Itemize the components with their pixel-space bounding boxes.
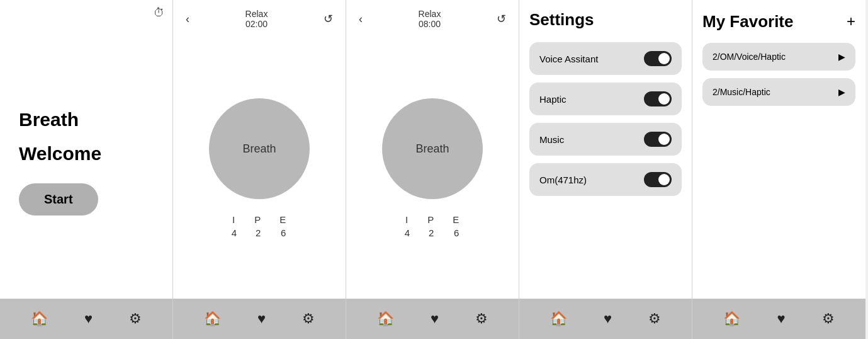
ipe-col-p: P 2 bbox=[254, 214, 262, 238]
ipe-letter-e: E bbox=[453, 214, 460, 225]
ipe-col-i: I 4 bbox=[405, 214, 410, 238]
breath-circle-label: Breath bbox=[415, 142, 449, 156]
home-icon[interactable]: 🏠 bbox=[204, 311, 221, 327]
play-icon-2[interactable]: ▶ bbox=[838, 87, 845, 97]
heart-icon[interactable]: ♥ bbox=[604, 311, 612, 327]
voice-assistant-label: Voice Assitant bbox=[539, 54, 598, 64]
ipe-letter-i: I bbox=[232, 214, 236, 225]
home-icon[interactable]: 🏠 bbox=[550, 311, 567, 327]
heart-icon[interactable]: ♥ bbox=[777, 311, 785, 327]
breath-3-bottom-nav: 🏠 ♥ ⚙ bbox=[346, 299, 519, 339]
welcome-subtitle: Welcome bbox=[19, 143, 101, 164]
welcome-bottom-nav: 🏠 ♥ ⚙ bbox=[0, 299, 172, 339]
relax-label: Relax bbox=[419, 9, 441, 19]
breath-circle[interactable]: Breath bbox=[209, 98, 310, 199]
favorite-bottom-nav: 🏠 ♥ ⚙ bbox=[692, 299, 865, 339]
favorite-item-1-label: 2/OM/Voice/Haptic bbox=[713, 52, 786, 62]
breath-3-content: Breath I 4 P 2 E 6 bbox=[346, 38, 519, 299]
ipe-group: I 4 P 2 E 6 bbox=[232, 214, 287, 238]
favorite-item-1[interactable]: 2/OM/Voice/Haptic ▶ bbox=[702, 43, 855, 71]
home-icon[interactable]: 🏠 bbox=[31, 311, 48, 327]
ipe-letter-p: P bbox=[427, 214, 435, 225]
home-icon[interactable]: 🏠 bbox=[377, 311, 394, 327]
favorite-content: 2/OM/Voice/Haptic ▶ 2/Music/Haptic ▶ bbox=[692, 38, 865, 299]
refresh-button[interactable]: ↺ bbox=[494, 9, 509, 28]
ipe-num-i: 4 bbox=[232, 227, 237, 238]
ipe-num-p: 2 bbox=[256, 227, 261, 238]
gear-icon[interactable]: ⚙ bbox=[648, 311, 661, 327]
gear-icon[interactable]: ⚙ bbox=[302, 311, 315, 327]
ipe-num-p: 2 bbox=[429, 227, 434, 238]
add-favorite-button[interactable]: + bbox=[847, 13, 855, 30]
ipe-col-p: P 2 bbox=[427, 214, 435, 238]
om-label: Om(471hz) bbox=[539, 175, 587, 185]
play-icon-1[interactable]: ▶ bbox=[838, 52, 845, 62]
ipe-letter-e: E bbox=[279, 214, 287, 225]
heart-icon[interactable]: ♥ bbox=[84, 311, 93, 327]
favorite-top-bar: My Favorite + bbox=[692, 0, 865, 38]
clock-icon: ⏱ bbox=[154, 6, 165, 20]
ipe-col-e: E 6 bbox=[279, 214, 287, 238]
screen-my-favorite: My Favorite + 2/OM/Voice/Haptic ▶ 2/Musi… bbox=[692, 0, 865, 339]
title-group: Relax 02:00 bbox=[245, 9, 268, 29]
settings-row-haptic: Haptic bbox=[529, 83, 682, 115]
haptic-toggle[interactable] bbox=[644, 91, 672, 106]
breath-circle[interactable]: Breath bbox=[382, 98, 483, 199]
heart-icon[interactable]: ♥ bbox=[431, 311, 439, 327]
back-button[interactable]: ‹ bbox=[356, 10, 365, 28]
settings-row-voice: Voice Assitant bbox=[529, 42, 682, 75]
heart-icon[interactable]: ♥ bbox=[257, 311, 266, 327]
gear-icon[interactable]: ⚙ bbox=[475, 311, 488, 327]
screen-breath-3: ‹ Relax 08:00 ↺ Breath I 4 P 2 E 6 🏠 bbox=[346, 0, 519, 339]
refresh-button[interactable]: ↺ bbox=[321, 9, 335, 28]
breath-circle-label: Breath bbox=[242, 142, 276, 156]
favorite-item-2-label: 2/Music/Haptic bbox=[713, 87, 770, 97]
screen-settings: Settings Voice Assitant Haptic Music Om(… bbox=[519, 0, 692, 339]
favorite-item-2[interactable]: 2/Music/Haptic ▶ bbox=[702, 78, 855, 106]
screen-welcome: ⏱ Breath Welcome Start 🏠 ♥ ⚙ bbox=[0, 0, 173, 339]
gear-icon[interactable]: ⚙ bbox=[822, 311, 835, 327]
ipe-num-e: 6 bbox=[454, 227, 459, 238]
settings-content: Settings Voice Assitant Haptic Music Om(… bbox=[519, 0, 692, 299]
breath-3-top-bar: ‹ Relax 08:00 ↺ bbox=[346, 0, 519, 38]
back-button[interactable]: ‹ bbox=[183, 10, 192, 28]
title-group: Relax 08:00 bbox=[419, 9, 441, 29]
music-toggle[interactable] bbox=[644, 132, 672, 147]
ipe-letter-i: I bbox=[405, 214, 409, 225]
time-label: 08:00 bbox=[419, 19, 441, 29]
breath-2-content: Breath I 4 P 2 E 6 bbox=[173, 38, 346, 299]
breath-2-bottom-nav: 🏠 ♥ ⚙ bbox=[173, 299, 346, 339]
welcome-top-bar: ⏱ bbox=[0, 0, 172, 25]
screen-breath-2: ‹ Relax 02:00 ↺ Breath I 4 P 2 E 6 🏠 bbox=[173, 0, 346, 339]
voice-assistant-toggle[interactable] bbox=[644, 51, 672, 66]
haptic-label: Haptic bbox=[539, 94, 566, 105]
breath-2-top-bar: ‹ Relax 02:00 ↺ bbox=[173, 0, 346, 38]
settings-title: Settings bbox=[529, 10, 682, 30]
ipe-letter-p: P bbox=[254, 214, 262, 225]
settings-row-om: Om(471hz) bbox=[529, 163, 682, 196]
om-toggle[interactable] bbox=[644, 172, 672, 187]
settings-row-music: Music bbox=[529, 123, 682, 156]
gear-icon[interactable]: ⚙ bbox=[129, 311, 142, 327]
ipe-group: I 4 P 2 E 6 bbox=[405, 214, 460, 238]
ipe-num-i: 4 bbox=[405, 227, 410, 238]
time-label: 02:00 bbox=[245, 19, 268, 29]
ipe-col-e: E 6 bbox=[453, 214, 460, 238]
ipe-col-i: I 4 bbox=[232, 214, 237, 238]
ipe-num-e: 6 bbox=[281, 227, 286, 238]
breath-title: Breath bbox=[19, 109, 79, 130]
settings-bottom-nav: 🏠 ♥ ⚙ bbox=[519, 299, 692, 339]
relax-label: Relax bbox=[245, 9, 268, 19]
music-label: Music bbox=[539, 134, 564, 145]
favorite-title: My Favorite bbox=[702, 12, 794, 32]
start-button[interactable]: Start bbox=[19, 183, 98, 215]
welcome-content: Breath Welcome Start bbox=[0, 25, 172, 299]
home-icon[interactable]: 🏠 bbox=[723, 311, 740, 327]
